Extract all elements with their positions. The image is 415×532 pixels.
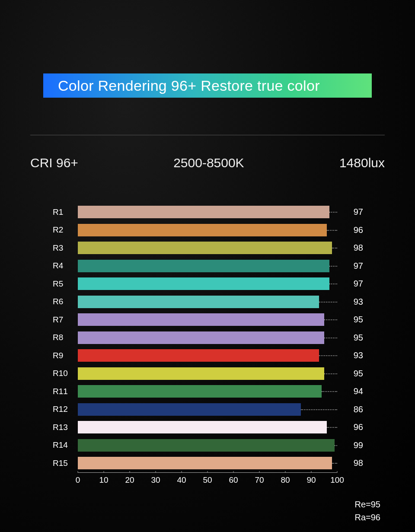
tick-label: 70 (255, 475, 264, 485)
bar-leader (327, 230, 337, 231)
bar-fill (78, 206, 329, 218)
tick-label: 30 (151, 475, 160, 485)
bar-fill (78, 313, 324, 326)
bar-row: R1194 (52, 382, 380, 401)
bar-leader (335, 445, 337, 446)
bar-row: R1396 (52, 418, 380, 436)
tick-mark (337, 471, 338, 473)
tick-mark (182, 471, 182, 473)
specs-row: CRI 96+ 2500-8500K 1480lux (30, 156, 385, 170)
bar-label: R1 (52, 207, 78, 217)
bar-track (78, 221, 337, 239)
bar-row: R398 (52, 239, 380, 257)
bar-track (78, 311, 337, 329)
bar-row: R993 (52, 347, 380, 365)
bar-value: 93 (337, 297, 363, 307)
stat-ra: Ra=96 (355, 511, 381, 524)
bar-value: 96 (337, 422, 363, 432)
tick-label: 40 (177, 475, 186, 485)
bar-label: R3 (52, 243, 78, 253)
title-gradient-bar: Color Rendering 96+ Restore true color (43, 73, 372, 98)
bar-fill (78, 242, 332, 254)
cri-bar-chart: R197R296R398R497R597R693R795R895R993R109… (52, 203, 380, 486)
bar-fill (78, 385, 322, 398)
bar-track (78, 329, 337, 347)
bar-leader (332, 248, 337, 248)
bar-label: R12 (52, 405, 78, 414)
bar-fill (78, 457, 332, 469)
tick-label: 10 (99, 475, 108, 485)
x-axis-ticks: 0102030405060708090100 (78, 473, 337, 486)
bar-value: 93 (337, 350, 363, 360)
bar-track (78, 418, 337, 436)
bar-value: 86 (337, 405, 363, 414)
bar-track (78, 401, 337, 419)
bar-row: R895 (52, 329, 380, 347)
tick-mark (104, 471, 104, 473)
spec-cct: 2500-8500K (173, 156, 244, 170)
bar-track (78, 454, 337, 472)
bar-leader (322, 391, 337, 392)
bar-track (78, 347, 337, 365)
bar-value: 95 (337, 333, 363, 343)
spec-lux: 1480lux (339, 156, 385, 170)
bar-row: R1598 (52, 454, 380, 472)
bar-value: 94 (337, 386, 363, 396)
bar-leader (301, 409, 337, 410)
bar-leader (324, 373, 337, 374)
bar-track (78, 257, 337, 275)
bar-row: R1499 (52, 436, 380, 455)
tick-mark (130, 471, 130, 473)
bar-label: R7 (52, 315, 78, 325)
bar-row: R497 (52, 257, 380, 275)
bar-fill (78, 296, 319, 308)
tick-mark (311, 471, 312, 473)
bar-label: R9 (52, 351, 78, 360)
bar-value: 95 (337, 369, 363, 379)
tick-label: 20 (125, 475, 134, 485)
bar-label: R13 (52, 423, 78, 432)
bar-track (78, 275, 337, 293)
bar-label: R14 (52, 440, 78, 450)
bar-value: 97 (337, 207, 363, 217)
bar-leader (332, 463, 337, 464)
bar-fill (78, 367, 324, 380)
bar-fill (78, 331, 324, 344)
bar-label: R5 (52, 279, 78, 289)
bar-track (78, 436, 337, 455)
bar-track (78, 365, 337, 383)
tick-label: 80 (281, 475, 290, 485)
bar-value: 99 (337, 440, 363, 450)
bar-fill (78, 403, 301, 416)
bar-track (78, 203, 337, 221)
bar-label: R6 (52, 297, 78, 306)
bar-value: 98 (337, 243, 363, 253)
stat-re: Re=95 (355, 498, 381, 511)
bar-row: R1095 (52, 365, 380, 383)
bar-fill (78, 421, 327, 433)
bar-fill (78, 349, 319, 362)
page-title: Color Rendering 96+ Restore true color (58, 77, 320, 94)
bar-track (78, 293, 337, 311)
bar-row: R693 (52, 293, 380, 311)
bar-label: R4 (52, 261, 78, 271)
tick-mark (208, 471, 208, 473)
bar-fill (78, 277, 329, 290)
bar-row: R1286 (52, 401, 380, 419)
divider-line (30, 135, 385, 135)
bar-leader (329, 284, 337, 284)
header-block: Color Rendering 96+ Restore true color (43, 73, 372, 98)
bar-label: R10 (52, 369, 78, 378)
tick-mark (233, 471, 234, 473)
bar-track (78, 239, 337, 257)
tick-mark (78, 471, 78, 473)
tick-label: 90 (306, 475, 316, 485)
tick-label: 0 (76, 475, 80, 485)
bar-label: R15 (52, 459, 78, 468)
bar-leader (327, 427, 337, 428)
bar-fill (78, 224, 327, 236)
spec-cri: CRI 96+ (30, 156, 78, 170)
tick-label: 100 (330, 475, 344, 485)
bar-value: 97 (337, 261, 363, 271)
tick-label: 60 (229, 475, 238, 485)
